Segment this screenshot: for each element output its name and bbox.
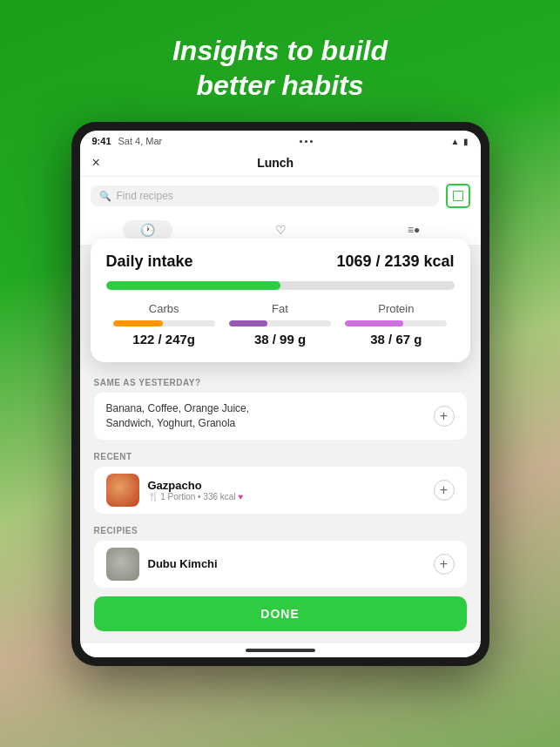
status-icons <box>300 140 313 143</box>
dubu-name: Dubu Kimchi <box>148 557 425 570</box>
home-bar <box>246 649 315 652</box>
recipies-section: RECIPIES Dubu Kimchi + <box>80 517 481 591</box>
same-as-yesterday-section: SAME AS YESTERDAY? Banana, Coffee, Orang… <box>80 369 481 443</box>
protein-value: 38 / 67 g <box>338 332 454 347</box>
device-screen: 9:41 Sat 4, Mar ▲ ▮ × Lunch 🔍 Find reci <box>80 131 481 657</box>
protein-progress-track <box>345 320 447 326</box>
dubu-thumb <box>106 548 139 581</box>
main-progress-fill <box>106 281 280 290</box>
gazpacho-info: Gazpacho 🍴 1 Portion • 336 kcal ♥ <box>148 479 425 501</box>
same-as-yesterday-text: Banana, Coffee, Orange Juice, Sandwich, … <box>106 401 250 431</box>
battery-icon: ▮ <box>463 137 469 146</box>
heart-icon: ♡ <box>275 223 287 237</box>
search-icon: 🔍 <box>99 191 111 202</box>
carbs-label: Carbs <box>106 302 222 315</box>
dubu-info: Dubu Kimchi <box>148 557 425 570</box>
fat-progress-track <box>229 320 331 326</box>
done-button[interactable]: DONE <box>94 596 467 631</box>
add-same-button[interactable]: + <box>434 406 455 427</box>
filter-icon: ≡● <box>408 224 420 236</box>
protein-progress-fill <box>345 320 403 326</box>
macro-protein: Protein 38 / 67 g <box>338 302 454 347</box>
app-header: × Lunch <box>80 150 481 177</box>
tab-favorites[interactable]: ♡ <box>258 220 304 239</box>
search-input[interactable]: Find recipes <box>117 190 173 202</box>
scan-icon-inner <box>453 191 463 201</box>
recipies-title: RECIPIES <box>94 526 467 535</box>
recent-title: RECENT <box>94 452 467 461</box>
gazpacho-name: Gazpacho <box>148 479 425 492</box>
card-kcal: 1069 / 2139 kcal <box>336 252 454 271</box>
tab-filter[interactable]: ≡● <box>390 220 437 239</box>
gazpacho-thumb <box>106 474 139 507</box>
carbs-progress-track <box>113 320 215 326</box>
same-as-yesterday-title: SAME AS YESTERDAY? <box>94 378 467 387</box>
carbs-progress-fill <box>113 320 163 326</box>
fat-value: 38 / 99 g <box>222 332 338 347</box>
protein-label: Protein <box>338 302 454 315</box>
close-button[interactable]: × <box>92 155 100 171</box>
daily-intake-card: Daily intake 1069 / 2139 kcal Carbs 122 … <box>91 239 470 362</box>
card-header: Daily intake 1069 / 2139 kcal <box>106 252 455 271</box>
status-date: Sat 4, Mar <box>118 136 163 146</box>
history-icon: 🕐 <box>140 223 155 237</box>
status-bar: 9:41 Sat 4, Mar ▲ ▮ <box>80 131 481 150</box>
done-bar: DONE <box>80 591 481 638</box>
carbs-value: 122 / 247g <box>106 332 222 347</box>
headline: Insights to build better habits <box>172 33 388 103</box>
add-recent-button[interactable]: + <box>434 480 455 501</box>
add-recipies-button[interactable]: + <box>434 554 455 575</box>
macro-carbs: Carbs 122 / 247g <box>106 302 222 347</box>
wifi-icon: ▲ <box>451 137 460 146</box>
card-title: Daily intake <box>106 252 193 271</box>
fat-label: Fat <box>222 302 338 315</box>
home-indicator <box>80 643 481 657</box>
status-time: 9:41 <box>92 136 111 146</box>
fat-progress-fill <box>229 320 268 326</box>
macros-grid: Carbs 122 / 247g Fat 38 / 99 g Prote <box>106 302 455 347</box>
signal-icons: ▲ ▮ <box>451 137 469 146</box>
recipies-item: Dubu Kimchi + <box>94 541 467 588</box>
tab-history[interactable]: 🕐 <box>123 220 172 239</box>
device-frame: 9:41 Sat 4, Mar ▲ ▮ × Lunch 🔍 Find reci <box>71 122 489 666</box>
headline-line1: Insights to build <box>172 33 388 68</box>
recent-item: Gazpacho 🍴 1 Portion • 336 kcal ♥ + <box>94 467 467 514</box>
search-input-wrap[interactable]: 🔍 Find recipes <box>91 185 439 206</box>
main-progress-track <box>106 281 455 290</box>
same-as-yesterday-body: Banana, Coffee, Orange Juice, Sandwich, … <box>94 393 467 440</box>
recent-section: RECENT Gazpacho 🍴 1 Portion • 336 kcal ♥… <box>80 443 481 517</box>
search-area: 🔍 Find recipes <box>80 177 481 215</box>
gazpacho-meta: 🍴 1 Portion • 336 kcal ♥ <box>148 492 425 501</box>
scan-button[interactable] <box>446 184 470 208</box>
content-area: SAME AS YESTERDAY? Banana, Coffee, Orang… <box>80 369 481 643</box>
macro-fat: Fat 38 / 99 g <box>222 302 338 347</box>
screen-title: Lunch <box>257 156 293 170</box>
headline-line2: better habits <box>172 68 388 103</box>
